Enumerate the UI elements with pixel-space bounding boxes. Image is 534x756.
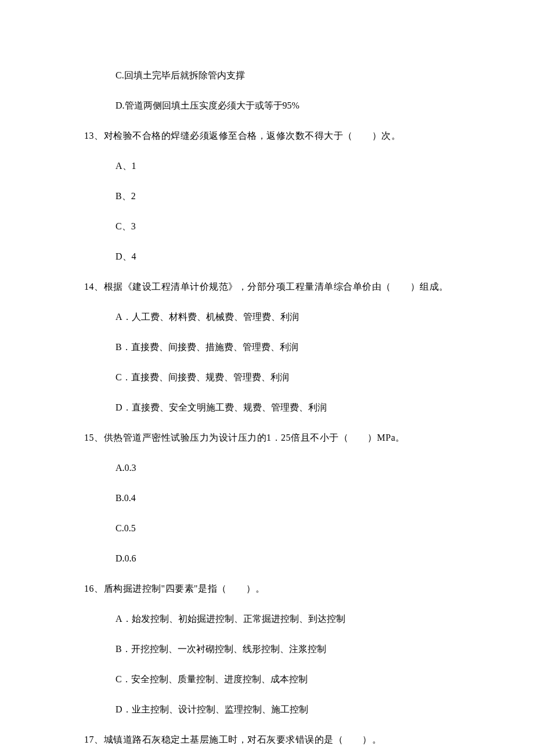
option-text: A.0.3	[116, 463, 136, 473]
option-line: B．直接费、间接费、措施费、管理费、利润	[84, 340, 464, 354]
question-stem: 15、供热管道严密性试验压力为设计压力的1．25倍且不小于（ ）MPa。	[84, 431, 464, 445]
option-line: D、4	[84, 250, 464, 264]
option-text: B、2	[116, 191, 136, 201]
option-line: D．直接费、安全文明施工费、规费、管理费、利润	[84, 401, 464, 415]
option-text: D、4	[116, 251, 136, 261]
option-text: B．开挖控制、一次衬砌控制、线形控制、注浆控制	[116, 644, 326, 654]
question-stem: 16、盾构掘进控制"四要素"是指（ ）。	[84, 582, 464, 596]
question-text: 13、对检验不合格的焊缝必须返修至合格，返修次数不得大于（ ）次。	[84, 131, 400, 141]
option-text: A、1	[116, 161, 136, 171]
option-text: C．安全控制、质量控制、进度控制、成本控制	[116, 674, 308, 684]
option-line: B．开挖控制、一次衬砌控制、线形控制、注浆控制	[84, 642, 464, 656]
option-text: C．直接费、间接费、规费、管理费、利润	[116, 372, 289, 382]
option-line: A.0.3	[84, 461, 464, 475]
option-line: B.0.4	[84, 491, 464, 505]
question-stem: 13、对检验不合格的焊缝必须返修至合格，返修次数不得大于（ ）次。	[84, 129, 464, 143]
option-line: C、3	[84, 219, 464, 233]
option-line: A．人工费、材料费、机械费、管理费、利润	[84, 310, 464, 324]
option-line: A、1	[84, 159, 464, 173]
option-line: C.0.5	[84, 521, 464, 535]
option-text: C、3	[116, 221, 136, 231]
option-line: C．直接费、间接费、规费、管理费、利润	[84, 370, 464, 384]
option-line: C．安全控制、质量控制、进度控制、成本控制	[84, 672, 464, 686]
option-text: D.管道两侧回填土压实度必须大于或等于95%	[116, 100, 300, 110]
option-text: B.0.4	[116, 493, 136, 503]
option-text: D．直接费、安全文明施工费、规费、管理费、利润	[116, 402, 327, 412]
question-text: 17、城镇道路石灰稳定土基层施工时，对石灰要求错误的是（ ）。	[84, 735, 381, 744]
document-page: C.回填土完毕后就拆除管内支撑 D.管道两侧回填土压实度必须大于或等于95% 1…	[0, 0, 534, 756]
question-stem: 17、城镇道路石灰稳定土基层施工时，对石灰要求错误的是（ ）。	[84, 733, 464, 747]
option-text: A．始发控制、初始掘进控制、正常掘进控制、到达控制	[116, 614, 345, 624]
question-text: 15、供热管道严密性试验压力为设计压力的1．25倍且不小于（ ）MPa。	[84, 433, 405, 442]
page-content: C.回填土完毕后就拆除管内支撑 D.管道两侧回填土压实度必须大于或等于95% 1…	[0, 0, 534, 756]
option-text: C.回填土完毕后就拆除管内支撑	[116, 70, 245, 80]
option-line: A．始发控制、初始掘进控制、正常掘进控制、到达控制	[84, 612, 464, 626]
question-text: 16、盾构掘进控制"四要素"是指（ ）。	[84, 584, 265, 593]
question-text: 14、根据《建设工程清单计价规范》，分部分项工程量清单综合单价由（ ）组成。	[84, 282, 449, 291]
option-line: D.0.6	[84, 552, 464, 566]
option-line: D．业主控制、设计控制、监理控制、施工控制	[84, 703, 464, 717]
option-text: A．人工费、材料费、机械费、管理费、利润	[116, 312, 299, 322]
option-text: B．直接费、间接费、措施费、管理费、利润	[116, 342, 298, 352]
option-text: D．业主控制、设计控制、监理控制、施工控制	[116, 704, 308, 714]
option-text: D.0.6	[116, 553, 136, 563]
option-line: C.回填土完毕后就拆除管内支撑	[84, 69, 464, 82]
option-text: C.0.5	[116, 523, 136, 533]
option-line: D.管道两侧回填土压实度必须大于或等于95%	[84, 99, 464, 113]
question-stem: 14、根据《建设工程清单计价规范》，分部分项工程量清单综合单价由（ ）组成。	[84, 280, 464, 294]
option-line: B、2	[84, 189, 464, 203]
